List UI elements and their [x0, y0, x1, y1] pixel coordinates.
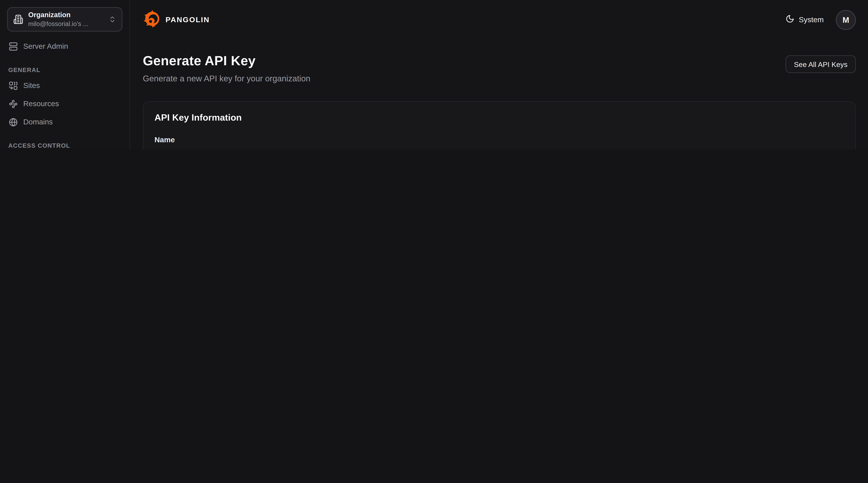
- moon-icon: [785, 14, 795, 25]
- sidebar: Organization milo@fossorial.io's ... Ser…: [0, 0, 130, 149]
- org-selector-label: Organization: [28, 11, 104, 20]
- topbar: PANGOLIN System M: [143, 0, 856, 39]
- waypoints-icon: [8, 99, 18, 108]
- chevrons-up-down-icon: [108, 15, 116, 23]
- brand: PANGOLIN: [143, 9, 210, 30]
- sidebar-nav: Server Admin GENERALSitesResourcesDomain…: [0, 32, 129, 149]
- org-selector-texts: Organization milo@fossorial.io's ...: [28, 11, 104, 28]
- topbar-right: System M: [785, 10, 856, 30]
- combine-icon: [8, 81, 18, 90]
- org-selector-value: milo@fossorial.io's ...: [28, 20, 104, 28]
- theme-toggle[interactable]: System: [785, 14, 824, 25]
- sidebar-item-server-admin[interactable]: Server Admin: [7, 37, 122, 55]
- sidebar-item-resources[interactable]: Resources: [7, 95, 122, 113]
- org-selector[interactable]: Organization milo@fossorial.io's ...: [7, 7, 122, 31]
- brand-name: PANGOLIN: [165, 15, 210, 24]
- page-subtitle: Generate a new API key for your organiza…: [143, 73, 310, 83]
- sidebar-section-heading-general: GENERAL: [8, 66, 121, 73]
- sidebar-item-sites[interactable]: Sites: [7, 76, 122, 95]
- globe-icon: [8, 118, 18, 126]
- sidebar-item-label: Resources: [23, 100, 59, 108]
- server-icon: [8, 42, 18, 51]
- page-title: Generate API Key: [143, 53, 310, 68]
- building-icon: [13, 14, 23, 24]
- sidebar-item-label: Server Admin: [23, 42, 68, 50]
- see-all-api-keys-button[interactable]: See All API Keys: [785, 55, 856, 73]
- avatar[interactable]: M: [836, 10, 856, 30]
- api-key-info-card: API Key Information Name: [143, 101, 856, 149]
- page-header: Generate API Key Generate a new API key …: [143, 53, 856, 83]
- pangolin-logo-icon: [143, 9, 162, 30]
- name-field-label: Name: [155, 135, 844, 144]
- sidebar-item-domains[interactable]: Domains: [7, 113, 122, 131]
- app-window: Organization milo@fossorial.io's ... Ser…: [0, 0, 868, 149]
- avatar-initial: M: [842, 15, 849, 24]
- sidebar-item-label: Domains: [23, 118, 53, 126]
- sidebar-section-heading-access-control: ACCESS CONTROL: [8, 142, 121, 149]
- sidebar-item-label: Sites: [23, 82, 40, 90]
- api-key-info-title: API Key Information: [155, 112, 844, 123]
- theme-label: System: [799, 15, 824, 24]
- main-content: PANGOLIN System M Generate API Key Gener…: [131, 0, 868, 149]
